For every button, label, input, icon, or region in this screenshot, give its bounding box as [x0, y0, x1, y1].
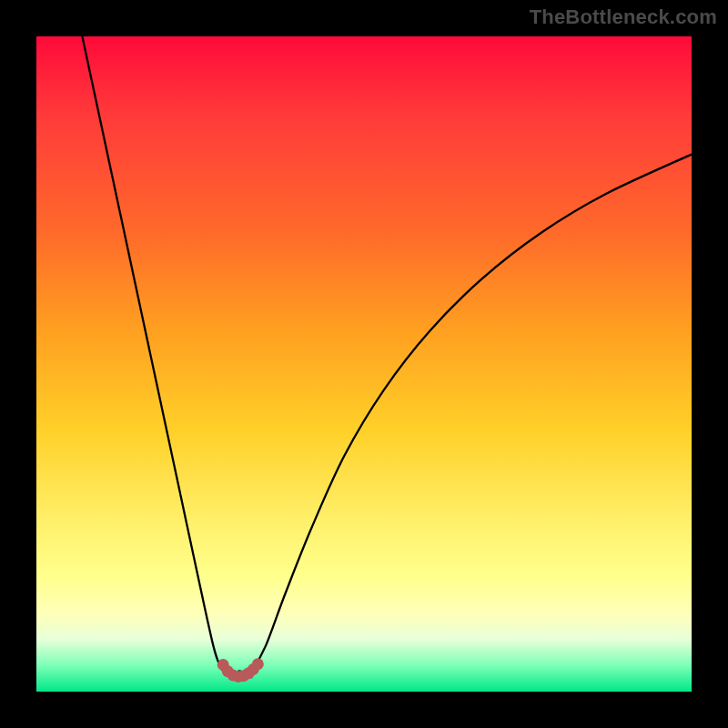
watermark-text: TheBottleneck.com	[530, 5, 717, 29]
chart-frame: TheBottleneck.com	[0, 0, 728, 728]
bottom-arc-marker	[252, 658, 264, 670]
left-curve	[82, 36, 239, 677]
chart-svg	[36, 36, 692, 692]
right-curve	[239, 155, 692, 675]
